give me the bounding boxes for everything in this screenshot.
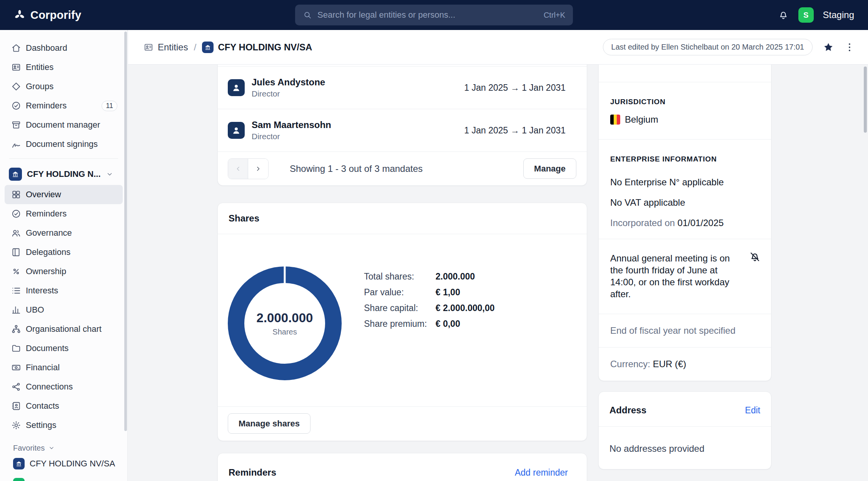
favorite-item-cfy-holding[interactable]: CFY HOLDING NV/SA <box>5 454 123 473</box>
previous-page-button[interactable] <box>228 159 248 179</box>
stat-row: Total shares: 2.000.000 <box>364 272 494 281</box>
page-header: Entities / CFY HOLDING NV/SA Last edited… <box>128 30 868 65</box>
sidebar-item-settings[interactable]: Settings <box>5 416 123 435</box>
person-avatar <box>228 122 245 139</box>
sidebar-item-entities[interactable]: Entities <box>5 58 123 77</box>
sidebar-item-document-manager[interactable]: Document manager <box>5 115 123 135</box>
stat-row: Share premium: € 0,00 <box>364 319 494 328</box>
sidebar-item-dashboard[interactable]: Dashboard <box>5 38 123 58</box>
mandate-person-name: Jules Andystone <box>252 77 325 88</box>
next-page-button[interactable] <box>248 159 268 179</box>
pagination-summary: Showing 1 - 3 out of 3 mandates <box>290 163 423 174</box>
manage-shares-button[interactable]: Manage shares <box>228 413 310 434</box>
bar-chart-icon <box>11 305 21 315</box>
favorites-toggle[interactable]: Favorites <box>13 442 118 454</box>
favorite-item-label: CFY HOLDING NV/SA <box>30 459 115 469</box>
global-search[interactable]: Ctrl+K <box>295 5 573 25</box>
search-icon <box>303 10 312 20</box>
sidebar-item-label: Groups <box>26 82 53 92</box>
mandate-period: 1 Jan 2025 → 1 Jan 2031 <box>464 125 566 136</box>
jurisdiction-value: Belgium <box>625 114 658 125</box>
entities-icon <box>11 62 21 72</box>
manage-mandates-button[interactable]: Manage <box>523 158 576 179</box>
add-reminder-link[interactable]: Add reminder <box>515 468 568 478</box>
person-avatar <box>228 79 245 96</box>
shares-donut-chart: 2.000.000 Shares <box>228 266 342 380</box>
donut-center-value: 2.000.000 <box>257 311 313 325</box>
sidebar-item-label: Connections <box>26 382 73 392</box>
more-options-button[interactable] <box>844 42 855 53</box>
agm-section: Annual general meeting is on the fourth … <box>599 239 771 314</box>
grid-icon <box>11 190 21 200</box>
entity-switcher[interactable]: CFY HOLDING N... <box>5 163 123 185</box>
sidebar-item-label: Dashboard <box>26 43 67 53</box>
bell-off-icon[interactable] <box>749 251 761 263</box>
mandate-row[interactable]: Sam Maartensohn Director 1 Jan 2025 → 1 … <box>218 109 587 151</box>
stat-label: Share capital: <box>364 303 436 313</box>
check-circle-icon <box>11 209 21 219</box>
mandate-row[interactable]: Jules Andystone Director 1 Jan 2025 → 1 … <box>218 67 587 109</box>
breadcrumb-current: CFY HOLDING NV/SA <box>202 42 312 53</box>
entity-details-card: JURISDICTION Belgium ENTERPRISE INFORMAT… <box>598 65 771 381</box>
sidebar-item-delegations[interactable]: Delegations <box>5 243 123 262</box>
corporify-logo-icon <box>14 9 25 21</box>
sidebar-item-interests[interactable]: Interests <box>5 281 123 300</box>
bell-icon[interactable] <box>778 9 789 21</box>
sidebar-item-label: Contacts <box>26 401 59 411</box>
contact-book-icon <box>11 401 21 411</box>
sidebar-item-financial[interactable]: Financial <box>5 358 123 377</box>
sidebar-item-reminders[interactable]: Reminders 11 <box>5 96 123 115</box>
mandate-role: Director <box>252 132 331 141</box>
sidebar-item-label: Interests <box>26 286 58 296</box>
stat-label: Par value: <box>364 288 436 297</box>
user-avatar[interactable]: S <box>798 7 814 23</box>
bank-icon <box>12 170 19 178</box>
sidebar-item-entity-reminders[interactable]: Reminders <box>5 204 123 223</box>
address-card-title: Address <box>609 405 646 416</box>
sidebar-item-ownership[interactable]: Ownership <box>5 262 123 281</box>
breadcrumb: Entities / CFY HOLDING NV/SA <box>144 42 312 53</box>
bank-icon <box>15 460 22 467</box>
sidebar-item-label: Documents <box>26 343 68 353</box>
sidebar-scrollbar[interactable] <box>124 32 127 431</box>
donut-center-label: Shares <box>272 328 297 336</box>
stat-value: € 0,00 <box>436 319 460 328</box>
sidebar-item-label: Document manager <box>26 120 100 130</box>
sidebar: Dashboard Entities Groups Reminders 11 D… <box>0 30 128 481</box>
environment-label: Staging <box>823 10 854 20</box>
sidebar-item-groups[interactable]: Groups <box>5 77 123 96</box>
breadcrumb-entities[interactable]: Entities <box>144 42 188 53</box>
entity-tile-icon <box>9 168 22 181</box>
fiscal-year-text: End of fiscal year not specified <box>610 325 760 336</box>
sidebar-item-label: Governance <box>26 228 72 238</box>
window-scrollbar[interactable] <box>864 67 867 133</box>
no-vat: No VAT applicable <box>610 197 760 208</box>
favorite-star-button[interactable] <box>823 42 834 53</box>
folder-icon <box>11 343 21 353</box>
enterprise-section: ENTERPRISE INFORMATION No Enterprise N° … <box>599 140 771 239</box>
brand[interactable]: Corporify <box>14 9 81 22</box>
bank-icon <box>204 44 211 51</box>
edit-address-link[interactable]: Edit <box>745 405 760 416</box>
sidebar-item-ubo[interactable]: UBO <box>5 300 123 320</box>
sidebar-item-label: Ownership <box>26 266 66 276</box>
sidebar-item-label: Organisational chart <box>26 324 102 334</box>
fiscal-year-section: End of fiscal year not specified <box>599 314 771 347</box>
sidebar-item-document-signings[interactable]: Document signings <box>5 135 123 154</box>
jurisdiction-heading: JURISDICTION <box>610 98 760 106</box>
sidebar-item-label: Reminders <box>26 101 67 111</box>
search-input[interactable] <box>317 10 538 20</box>
chevron-right-icon <box>254 165 262 173</box>
currency-label: Currency: <box>610 359 650 369</box>
sidebar-item-overview[interactable]: Overview <box>5 185 123 204</box>
sidebar-item-connections[interactable]: Connections <box>5 377 123 396</box>
sidebar-item-documents[interactable]: Documents <box>5 339 123 358</box>
mandate-person-name: Sam Maartensohn <box>252 120 331 130</box>
sidebar-item-contacts[interactable]: Contacts <box>5 396 123 416</box>
book-icon <box>11 247 21 257</box>
sidebar-item-governance[interactable]: Governance <box>5 223 123 243</box>
sidebar-item-organisational-chart[interactable]: Organisational chart <box>5 320 123 339</box>
stat-row: Share capital: € 2.000.000,00 <box>364 303 494 313</box>
star-icon <box>823 42 834 53</box>
banknote-icon <box>11 363 21 373</box>
